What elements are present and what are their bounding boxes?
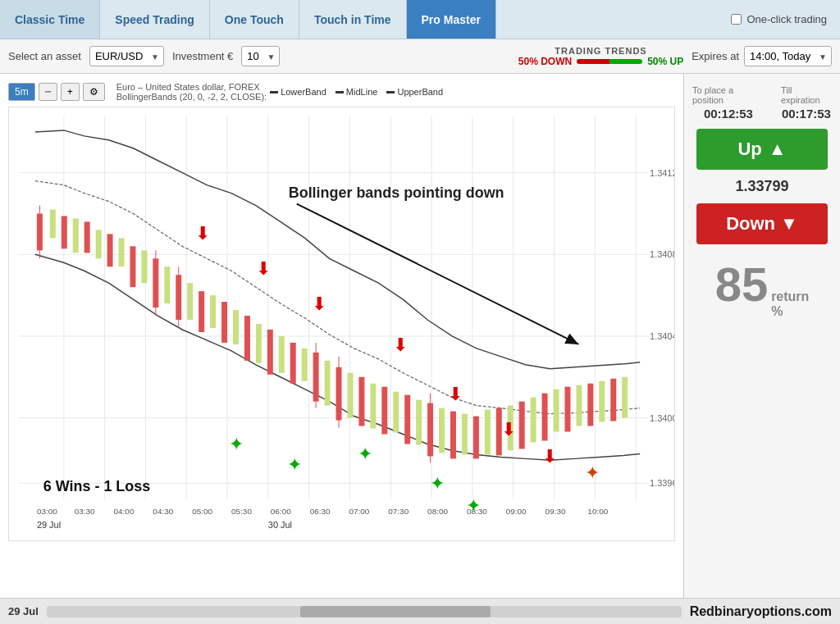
down-arrow-3: ⬇: [312, 294, 326, 314]
indicators-btn[interactable]: ┄: [39, 83, 57, 101]
tab-pro-master[interactable]: Pro Master: [407, 0, 496, 39]
candle: [519, 402, 525, 449]
candle: [164, 266, 170, 303]
tab-speed-trading[interactable]: Speed Trading: [100, 0, 209, 39]
candle: [554, 389, 559, 432]
win-star-4: ✦: [430, 473, 445, 494]
trading-trends-label: TRADING TRENDS: [555, 46, 646, 56]
footer-brand: Redbinaryoptions.com: [690, 604, 832, 619]
till-expiration-value: 00:17:53: [782, 107, 831, 121]
svg-text:04:00: 04:00: [114, 507, 135, 516]
up-button[interactable]: Up ▲: [696, 129, 828, 170]
candle: [381, 387, 387, 435]
svg-text:1.3396: 1.3396: [650, 478, 675, 488]
win-star-1: ✦: [229, 434, 244, 454]
scrollbar-thumb[interactable]: [300, 606, 491, 617]
investment-select-wrapper: 10: [241, 46, 280, 66]
svg-text:07:00: 07:00: [349, 507, 369, 516]
price-display: 1.33799: [735, 178, 788, 195]
up-arrow-icon: ▲: [769, 139, 787, 160]
svg-text:29 Jul: 29 Jul: [37, 520, 61, 530]
loss-star-1: ✦: [585, 462, 600, 483]
candle: [244, 316, 250, 361]
down-arrow-4: ⬇: [393, 335, 408, 355]
down-percentage: 50% DOWN: [518, 56, 572, 67]
svg-text:08:30: 08:30: [467, 507, 487, 516]
trading-trends: TRADING TRENDS 50% DOWN 50% UP: [518, 46, 683, 67]
investment-select[interactable]: 10: [241, 46, 280, 66]
candle: [96, 230, 102, 258]
down-label: Down: [726, 213, 775, 235]
crosshair-btn[interactable]: +: [61, 83, 80, 101]
svg-text:04:30: 04:30: [153, 507, 173, 516]
candle: [439, 408, 445, 453]
toolbar: Select an asset EUR/USD Investment € 10 …: [0, 39, 840, 74]
investment-label: Investment €: [172, 50, 233, 62]
till-expiration-timer: Till expiration 00:17:53: [781, 85, 832, 121]
settings-btn[interactable]: ⚙: [83, 83, 105, 101]
candle: [462, 414, 468, 455]
tab-classic-time[interactable]: Classic Time: [0, 0, 100, 39]
candle: [542, 394, 548, 441]
candle: [50, 210, 56, 239]
svg-text:03:30: 03:30: [75, 507, 95, 516]
expires-label: Expires at: [692, 50, 739, 62]
candle: [564, 387, 570, 432]
bollinger-annotation: Bollinger bands pointing down: [289, 184, 504, 201]
candle: [576, 385, 582, 426]
candle: [622, 377, 628, 418]
asset-label: Select an asset: [8, 50, 81, 62]
candle: [290, 343, 296, 384]
return-label-col: return %: [771, 289, 809, 319]
candle: [358, 377, 364, 426]
lower-band: [35, 254, 640, 460]
one-click-label: One-click trading: [746, 13, 827, 25]
down-arrow-2: ⬇: [256, 258, 271, 279]
trends-bar: 50% DOWN 50% UP: [518, 56, 683, 67]
svg-text:06:00: 06:00: [271, 507, 291, 516]
timeframe-btn[interactable]: 5m: [8, 83, 35, 101]
to-place-label: To place a position: [692, 85, 765, 105]
asset-select-wrapper: EUR/USD: [89, 46, 164, 66]
svg-text:09:00: 09:00: [506, 507, 527, 516]
main-content: 5m ┄ + ⚙ Euro – United States dollar, FO…: [0, 74, 840, 598]
down-arrow-1: ⬇: [195, 223, 210, 244]
chart-toolbar: 5m ┄ + ⚙ Euro – United States dollar, FO…: [8, 82, 675, 102]
chart-area: 5m ┄ + ⚙ Euro – United States dollar, FO…: [0, 74, 684, 598]
candle: [531, 398, 536, 443]
chart-legend: LowerBand MidLine UpperBand: [270, 85, 450, 98]
up-label: Up: [737, 139, 761, 160]
down-arrow-icon: ▼: [780, 213, 798, 235]
svg-text:07:30: 07:30: [388, 507, 409, 516]
svg-text:09:30: 09:30: [546, 507, 566, 516]
down-arrow-6: ⬇: [501, 419, 516, 440]
trend-line: [577, 59, 642, 64]
scrollbar[interactable]: [47, 606, 682, 617]
return-percentage: 85: [715, 261, 769, 308]
chart-svg-container: 1.3412 1.3408 1.3404 1.3400 1.3396: [8, 107, 675, 541]
return-label: return: [771, 289, 809, 304]
svg-text:05:00: 05:00: [192, 507, 212, 516]
svg-text:05:30: 05:30: [231, 507, 252, 516]
candle: [84, 221, 90, 253]
asset-select[interactable]: EUR/USD: [89, 46, 164, 66]
expires-select[interactable]: 14:00, Today: [744, 46, 832, 66]
chart-instrument: Euro – United States dollar, FOREX Bolli…: [116, 82, 267, 102]
down-button[interactable]: Down ▼: [696, 203, 828, 244]
return-section: 85 return %: [715, 261, 810, 319]
candle: [485, 410, 491, 455]
svg-text:1.3400: 1.3400: [650, 413, 675, 423]
candle: [141, 250, 147, 283]
upper-band: [35, 130, 640, 369]
candle: [416, 400, 422, 445]
till-expiration-label: Till expiration: [781, 85, 832, 105]
tab-one-touch[interactable]: One Touch: [210, 0, 299, 39]
win-star-2: ✦: [287, 454, 302, 475]
legend-upper-band: UpperBand: [386, 87, 443, 97]
candle: [221, 302, 227, 343]
candle: [187, 283, 193, 320]
candle: [279, 336, 285, 373]
one-click-checkbox[interactable]: [731, 14, 742, 25]
tab-touch-in-time[interactable]: Touch in Time: [299, 0, 407, 39]
candle: [256, 324, 262, 363]
